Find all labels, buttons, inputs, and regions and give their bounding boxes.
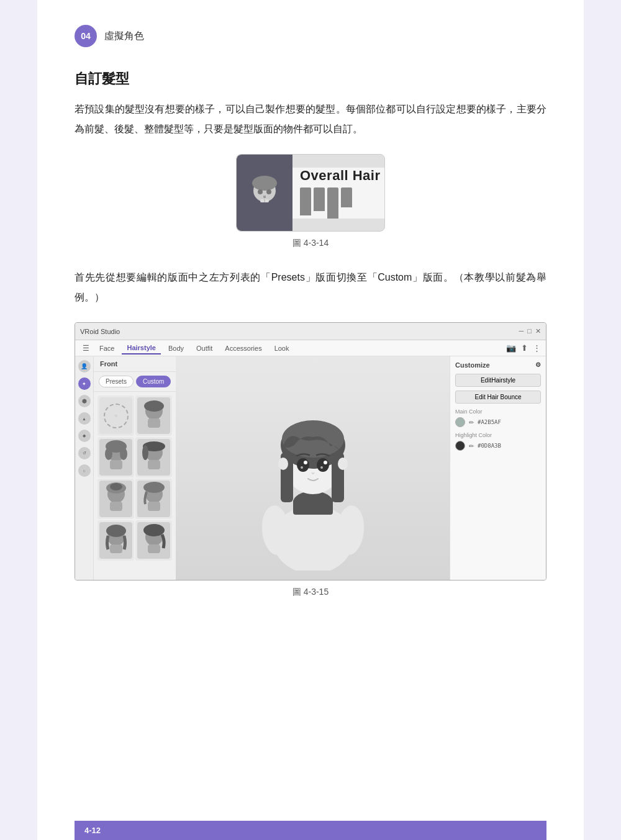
hair-preview-2: [104, 440, 129, 474]
main-color-swatch[interactable]: [455, 417, 465, 427]
sidebar-icon-body2[interactable]: ⬤: [78, 395, 91, 407]
svg-rect-4: [263, 196, 266, 198]
grid-item-6[interactable]: [97, 520, 134, 561]
vroid-left-sidebar: 👤 ✦ ⬤ ▲ ◆ ↺ ○ Front Presets Custom: [75, 356, 176, 580]
right-margin: [584, 0, 621, 840]
more-icon[interactable]: ⋮: [533, 343, 541, 353]
grid-item-1[interactable]: [135, 395, 172, 436]
svg-point-21: [110, 483, 122, 490]
grid-item-2[interactable]: [97, 437, 134, 477]
highlight-color-label: Highlight Color: [455, 432, 541, 438]
svg-rect-22: [110, 502, 122, 511]
figure-1-container: Overall Hair 圖 4-3-14: [75, 154, 546, 249]
tab-hairstyle[interactable]: Hairstyle: [122, 342, 160, 355]
tab-outfit[interactable]: Outfit: [191, 343, 217, 354]
vroid-window-controls: ─ □ ✕: [519, 327, 541, 335]
highlight-color-section: Highlight Color ✏ #0D8A3B: [455, 432, 541, 451]
grid-item-5[interactable]: [135, 479, 172, 519]
minimize-button[interactable]: ─: [519, 327, 524, 335]
page-number-bar: 4-12: [75, 821, 546, 840]
hair-preview-3: [142, 440, 166, 474]
svg-point-48: [338, 458, 348, 470]
svg-point-3: [266, 189, 271, 194]
svg-point-46: [320, 466, 323, 469]
sidebar-icon-hair[interactable]: ✦: [78, 377, 91, 390]
tab-body[interactable]: Body: [163, 343, 189, 354]
svg-rect-9: [148, 418, 160, 428]
vroid-panel-title: Customize ⚙: [455, 361, 541, 369]
tab-look[interactable]: Look: [270, 343, 294, 354]
svg-point-43: [304, 461, 307, 464]
grid-item-7[interactable]: [135, 520, 172, 561]
vroid-sidebar-content: Front Presets Custom ○: [94, 356, 176, 580]
sidebar-icon-face[interactable]: 👤: [78, 360, 91, 373]
presets-tab-button[interactable]: Presets: [99, 376, 134, 387]
grid-item-0[interactable]: ○: [97, 395, 134, 436]
highlight-color-row: ✏ #0D8A3B: [455, 441, 541, 451]
custom-tab-button[interactable]: Custom: [136, 376, 171, 387]
main-color-edit-icon[interactable]: ✏: [469, 419, 474, 426]
figure-1-caption: 圖 4-3-14: [292, 238, 329, 249]
svg-point-12: [105, 448, 112, 460]
svg-point-30: [143, 524, 165, 536]
highlight-color-hex: #0D8A3B: [478, 443, 501, 449]
svg-point-13: [120, 448, 127, 460]
vroid-section-header: Front: [94, 356, 176, 372]
overall-hair-bars: [300, 187, 384, 219]
body-text-1: 若預設集的髮型沒有想要的樣子，可以自己製作想要的髮型。每個部位都可以自行設定想要…: [75, 99, 546, 139]
panel-settings-icon[interactable]: ⚙: [535, 361, 541, 369]
svg-rect-35: [293, 499, 333, 515]
hair-bar-4: [341, 187, 352, 207]
svg-rect-28: [110, 544, 122, 553]
hair-preview-6: [104, 523, 129, 558]
vroid-menubar: ☰ Face Hairstyle Body Outfit Accessories…: [75, 340, 546, 356]
maximize-button[interactable]: □: [527, 327, 532, 335]
add-hair-placeholder: ○: [104, 404, 129, 428]
hair-preview-5: [142, 482, 166, 516]
close-button[interactable]: ✕: [535, 327, 541, 335]
body-text-2: 首先先從想要編輯的版面中之左方列表的「Presets」版面切換至「Custom」…: [75, 268, 546, 307]
tab-face[interactable]: Face: [94, 343, 119, 354]
edit-hairstyle-button[interactable]: EditHairstyle: [455, 374, 541, 387]
grid-item-4[interactable]: [97, 479, 134, 519]
edit-hair-bounce-button[interactable]: Edit Hair Bounce: [455, 391, 541, 404]
upload-icon[interactable]: ⬆: [521, 343, 528, 353]
chapter-badge: 04: [75, 25, 97, 47]
camera-icon[interactable]: 📷: [506, 343, 516, 353]
svg-point-41: [297, 458, 309, 472]
menu-hamburger-icon[interactable]: ☰: [80, 344, 92, 353]
main-color-row: ✏ #A2B5AF: [455, 417, 541, 427]
tab-accessories[interactable]: Accessories: [220, 343, 266, 354]
vroid-right-panel: Customize ⚙ EditHairstyle Edit Hair Boun…: [450, 356, 546, 580]
hair-preview-4: [104, 482, 129, 516]
highlight-color-edit-icon[interactable]: ✏: [469, 443, 474, 449]
svg-point-45: [301, 466, 303, 469]
sidebar-icon-outfit2[interactable]: ▲: [78, 412, 91, 425]
svg-point-24: [143, 482, 165, 493]
sidebar-icon-7[interactable]: ↺: [78, 447, 91, 459]
overall-hair-label: Overall Hair: [300, 168, 384, 184]
page-number: 4-12: [84, 826, 101, 835]
sidebar-icon-8[interactable]: ○: [78, 464, 91, 477]
vroid-canvas: [176, 356, 450, 580]
vroid-titlebar: VRoid Studio ─ □ ✕: [75, 323, 546, 340]
hair-skull-icon: [245, 173, 284, 213]
svg-point-42: [317, 458, 329, 472]
grid-item-3[interactable]: [135, 437, 172, 477]
svg-rect-14: [110, 460, 122, 469]
page-content: 04 虛擬角色 自訂髮型 若預設集的髮型沒有想要的樣子，可以自己製作想要的髮型。…: [37, 0, 584, 840]
vroid-nav-icons: 📷 ⬆ ⋮: [506, 343, 541, 353]
highlight-color-swatch[interactable]: [455, 441, 465, 451]
svg-point-1: [252, 176, 277, 191]
customize-label: Customize: [455, 361, 490, 369]
section-heading: 自訂髮型: [75, 70, 546, 88]
vroid-title-text: VRoid Studio: [80, 328, 120, 335]
vroid-window: VRoid Studio ─ □ ✕ ☰ Face Hairstyle Body…: [75, 322, 546, 580]
main-color-section: Main Color ✏ #A2B5AF: [455, 409, 541, 427]
vroid-hair-grid: ○: [94, 392, 176, 564]
svg-rect-18: [148, 460, 160, 469]
overall-hair-label-area: Overall Hair: [292, 168, 384, 219]
left-margin: [0, 0, 37, 840]
sidebar-icon-acc2[interactable]: ◆: [78, 430, 91, 442]
hair-preview-7: [142, 523, 166, 558]
